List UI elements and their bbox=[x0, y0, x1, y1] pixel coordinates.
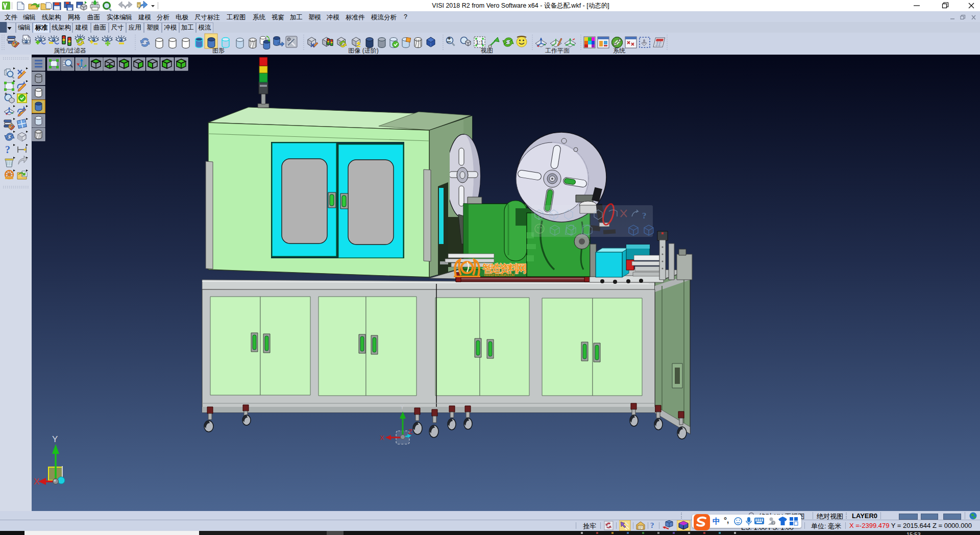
svg-text:WWW.ZHIZAOZILIAO.COM: WWW.ZHIZAOZILIAO.COM bbox=[484, 273, 514, 277]
svg-text:智造资料网: 智造资料网 bbox=[482, 262, 526, 274]
svg-text:?: ? bbox=[5, 144, 10, 155]
svg-text:Z: Z bbox=[408, 428, 412, 435]
svg-text:1:1: 1:1 bbox=[476, 39, 483, 45]
svg-text:图形: 图形 bbox=[212, 47, 225, 54]
svg-text:视图: 视图 bbox=[480, 47, 493, 54]
svg-text:工作平面: 工作平面 bbox=[545, 47, 570, 54]
svg-text:属性/过滤器: 属性/过滤器 bbox=[54, 47, 86, 54]
svg-text:Y: Y bbox=[400, 404, 404, 411]
svg-text:7: 7 bbox=[772, 521, 775, 525]
svg-text:?: ? bbox=[642, 211, 647, 221]
svg-text:图像 (进阶): 图像 (进阶) bbox=[348, 47, 378, 54]
svg-text:X: X bbox=[34, 477, 39, 487]
svg-text:X: X bbox=[380, 434, 384, 442]
svg-text:Y: Y bbox=[52, 434, 58, 444]
svg-text:系统: 系统 bbox=[613, 47, 625, 54]
